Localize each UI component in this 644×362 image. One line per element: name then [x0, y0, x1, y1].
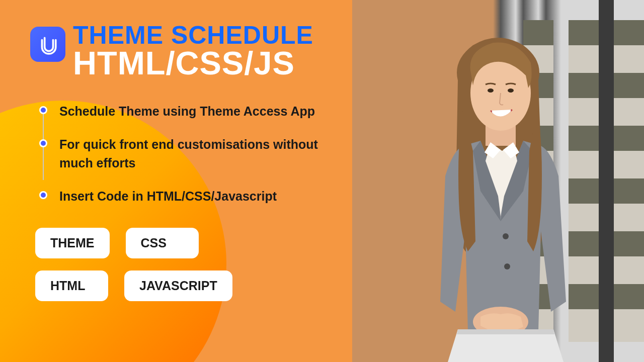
bullet-item: Insert Code in HTML/CSS/Javascript	[39, 187, 322, 205]
app-icon	[30, 27, 65, 62]
title-secondary: HTML/CSS/JS	[73, 47, 313, 79]
bullet-item: For quick front end customisations witho…	[39, 135, 322, 172]
left-panel: THEME SCHEDULE HTML/CSS/JS Schedule Them…	[0, 0, 352, 362]
svg-point-4	[503, 233, 509, 239]
bullet-text: Insert Code in HTML/CSS/Javascript	[59, 187, 322, 205]
tags-grid: THEME CSS HTML JAVASCRIPT	[35, 228, 322, 301]
bullet-text: For quick front end customisations witho…	[59, 135, 322, 172]
svg-point-3	[508, 88, 514, 93]
bullet-text: Schedule Theme using Theme Access App	[59, 102, 322, 120]
bullet-item: Schedule Theme using Theme Access App	[39, 102, 322, 120]
title-primary: THEME SCHEDULE	[73, 23, 313, 48]
bullet-list: Schedule Theme using Theme Access App Fo…	[39, 102, 322, 205]
svg-point-2	[488, 88, 494, 93]
header: THEME SCHEDULE HTML/CSS/JS	[30, 23, 322, 79]
tag-css: CSS	[126, 228, 199, 258]
content-area: THEME SCHEDULE HTML/CSS/JS Schedule Them…	[0, 0, 352, 336]
tag-row: THEME CSS	[35, 228, 322, 258]
tag-row: HTML JAVASCRIPT	[35, 270, 322, 301]
person-photo	[392, 20, 604, 362]
tag-theme: THEME	[35, 228, 110, 258]
tag-html: HTML	[35, 270, 108, 301]
bullet-dot-icon	[39, 106, 47, 114]
svg-point-5	[504, 263, 510, 269]
promo-banner: THEME SCHEDULE HTML/CSS/JS Schedule Them…	[0, 0, 644, 362]
right-panel	[352, 0, 644, 362]
title-block: THEME SCHEDULE HTML/CSS/JS	[73, 23, 313, 79]
bullet-dot-icon	[39, 191, 47, 199]
tag-javascript: JAVASCRIPT	[124, 270, 232, 301]
bullet-dot-icon	[39, 139, 47, 147]
